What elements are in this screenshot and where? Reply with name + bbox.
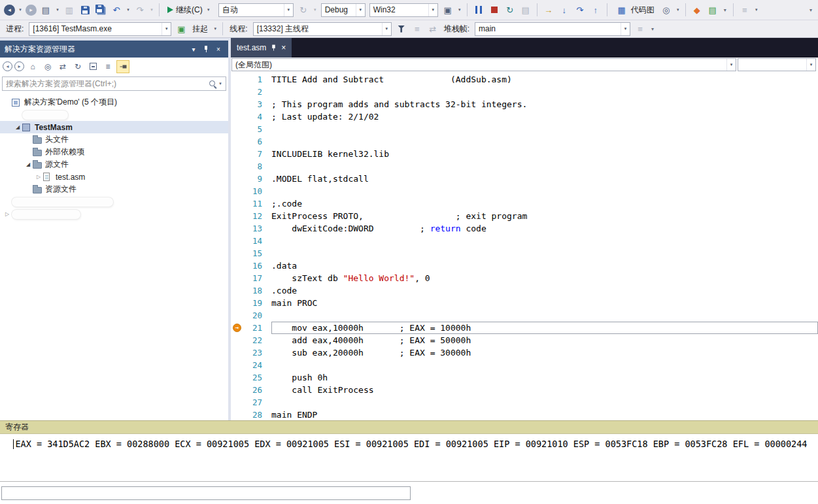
refresh-tree-icon[interactable]: ↻ [71,60,84,73]
scope-combobox[interactable]: (全局范围) ▾ [231,58,736,71]
code-text[interactable] [271,247,818,260]
restart-icon[interactable]: ↻ [503,3,517,17]
save-icon[interactable] [78,3,92,17]
code-text[interactable]: szText db "Hello World!", 0 [271,272,818,284]
toolwindow-dropdown-icon[interactable]: ▾ [188,44,199,54]
code-line[interactable]: 27 [231,396,818,409]
code-text[interactable]: push 0h [271,371,818,384]
breakpoint-margin[interactable] [231,297,245,309]
tab-test-asm[interactable]: test.asm × [231,38,292,58]
breakpoint-margin[interactable] [231,123,245,135]
show-output-icon[interactable]: ▤ [519,3,533,17]
breakpoint-margin[interactable] [231,86,245,98]
tree-collapsed-arrow-icon[interactable]: ▷ [34,174,43,180]
code-map-button[interactable]: ▦ 代码图 [611,2,658,18]
process-combobox[interactable]: [13616] TestMasm.exe ▾ [29,22,171,36]
collapse-all-icon[interactable] [86,60,99,73]
tree-item[interactable]: 解决方案'Demo' (5 个项目) [0,96,228,109]
new-file-dropdown-icon[interactable]: ▾ [54,7,61,12]
tree-item[interactable]: ◢TestMasm [0,121,228,133]
registers-titlebar[interactable]: 寄存器 [0,420,818,434]
code-text[interactable] [271,135,818,148]
breakpoint-margin[interactable] [231,396,245,409]
breakpoint-margin[interactable] [231,222,245,235]
code-text[interactable]: dwExitCode:DWORD ; return code [271,222,818,235]
snapshot-icon[interactable]: ▤ [706,3,720,17]
navigate-forward-icon[interactable]: ▸ [26,5,37,16]
code-text[interactable] [271,309,818,322]
tree-item-redacted[interactable] [0,195,228,208]
breakpoint-margin[interactable] [231,272,245,284]
code-text[interactable]: add eax,40000h ; EAX = 50000h [271,334,818,346]
solution-explorer-titlebar[interactable]: 解决方案资源管理器 ▾ × [0,41,228,58]
code-line[interactable]: 20 [231,309,818,322]
debug-toolbar-overflow-icon[interactable]: ▾ [649,26,656,32]
save-all-icon[interactable] [94,3,108,17]
breakpoint-margin[interactable] [231,260,245,272]
code-text[interactable]: ; This program adds and subtracts 32-bit… [271,98,818,110]
flag-threads-icon[interactable]: ≡ [410,22,424,36]
bottom-input-box[interactable] [1,486,411,500]
auto-combobox[interactable]: 自动 ▾ [218,3,294,17]
pending-changes-filter-icon[interactable]: ◎ [41,60,54,73]
code-text[interactable] [271,185,818,197]
code-line[interactable]: 11;.code [231,197,818,210]
code-text[interactable] [271,86,818,98]
breakpoint-margin[interactable] [231,346,245,359]
code-line[interactable]: 13 dwExitCode:DWORD ; return code [231,222,818,235]
undo-dropdown-icon[interactable]: ▾ [125,7,131,12]
home-icon[interactable]: ⌂ [26,60,39,73]
redo-icon[interactable]: ↷ [133,3,147,17]
code-text[interactable]: .data [271,260,818,272]
navigate-back-dropdown-icon[interactable]: ▾ [17,7,24,12]
code-line[interactable]: 1TITLE Add and Subtract (AddSub.asm) [231,73,818,86]
breakpoint-margin[interactable] [231,197,245,210]
stack-frame-combobox[interactable]: main ▾ [475,22,630,36]
solution-search-box[interactable]: ▾ [2,76,226,91]
navigate-back-icon[interactable]: ◂ [4,5,15,16]
code-text[interactable]: ; Last update: 2/1/02 [271,110,818,123]
tree-item[interactable]: 资源文件 [0,183,228,195]
properties-icon[interactable]: ≡ [101,60,114,73]
member-arrow-icon[interactable]: ▾ [806,59,815,71]
configuration-combobox[interactable]: Debug ▾ [321,3,366,17]
feedback-dropdown-icon[interactable]: ▾ [753,7,760,12]
code-text[interactable] [271,235,818,247]
code-line[interactable]: 3; This program adds and subtracts 32-bi… [231,98,818,110]
code-line[interactable]: 16.data [231,260,818,272]
step-out-icon[interactable]: ↑ [588,3,603,17]
tree-collapsed-arrow-icon[interactable]: ▷ [3,211,12,217]
step-over-icon[interactable]: ↷ [573,3,587,17]
platform-arrow-icon[interactable]: ▾ [428,4,437,16]
process-arrow-icon[interactable]: ▾ [162,23,171,35]
tree-expanded-arrow-icon[interactable]: ◢ [24,161,33,167]
attach-icon[interactable]: ▣ [441,3,455,17]
stop-debugging-icon[interactable] [487,3,502,17]
search-dropdown-icon[interactable]: ▾ [217,81,224,86]
code-line[interactable]: 28main ENDP [231,409,818,420]
breakpoint-margin[interactable] [231,73,245,86]
code-line[interactable]: 10 [231,185,818,197]
breakpoint-margin[interactable] [231,135,245,148]
tree-item[interactable]: 头文件 [0,133,228,146]
code-text[interactable]: ExitProcess PROTO, ; exit program [271,210,818,222]
code-text[interactable]: mov eax,10000h ; EAX = 10000h [271,322,818,334]
code-line[interactable]: 8 [231,160,818,173]
scope-arrow-icon[interactable]: ▾ [726,59,736,71]
code-text[interactable]: .code [271,284,818,297]
platform-combobox[interactable]: Win32 ▾ [369,3,438,17]
registers-content[interactable]: EAX = 341D5AC2 EBX = 00288000 ECX = 0092… [0,434,818,481]
tree-item[interactable]: ▷test.asm [0,171,228,183]
code-text[interactable]: INCLUDELIB kernel32.lib [271,148,818,160]
code-line[interactable]: 9.MODEL flat,stdcall [231,173,818,185]
tree-item[interactable]: 外部依赖项 [0,146,228,158]
code-line[interactable]: 24 [231,359,818,371]
breakpoint-margin[interactable] [231,309,245,322]
breakpoint-margin[interactable] [231,173,245,185]
code-line[interactable]: 5 [231,123,818,135]
breakpoint-margin[interactable] [231,371,245,384]
auto-combobox-arrow-icon[interactable]: ▾ [284,4,293,16]
code-text[interactable] [271,123,818,135]
switch-thread-icon[interactable]: ⇄ [426,22,440,36]
member-combobox[interactable]: ▾ [738,58,816,71]
